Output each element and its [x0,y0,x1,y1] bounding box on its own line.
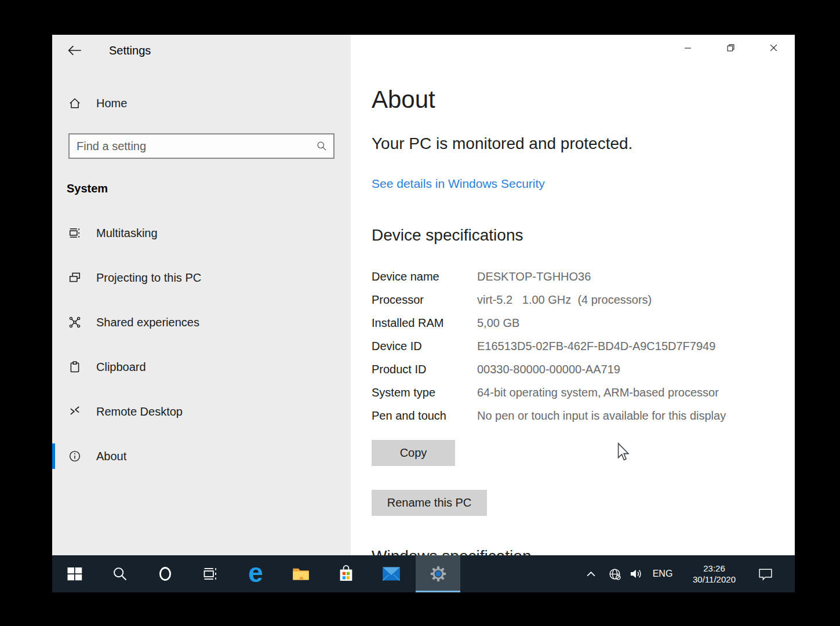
sidebar-item-clipboard[interactable]: Clipboard [52,354,351,380]
start-button[interactable] [52,555,97,592]
windows-security-link[interactable]: See details in Windows Security [372,177,545,191]
minimize-icon [684,44,692,52]
spec-label: Product ID [372,358,477,381]
sidebar-item-label: Shared experiences [96,316,199,329]
sidebar-item-label: Clipboard [96,361,146,374]
device-specs-heading: Device specifications [372,226,523,245]
back-arrow-icon [67,44,82,57]
task-view-icon [202,566,219,582]
chevron-up-icon [586,571,596,577]
sidebar-item-label: About [96,450,126,463]
tray-show-hidden-icons[interactable] [579,555,602,592]
sidebar-item-label: Home [96,97,127,110]
tray-language[interactable]: ENG [649,555,677,592]
shared-experiences-icon [68,316,81,329]
sidebar-item-about[interactable]: About [52,443,351,469]
sidebar-item-multitasking[interactable]: Multitasking [52,220,351,246]
spec-value: DESKTOP-TGHHO36 [477,265,726,288]
multitasking-icon [68,227,81,239]
sidebar-item-label: Projecting to this PC [96,271,201,285]
spec-value: No pen or touch input is available for t… [477,404,726,427]
taskbar-search-button[interactable] [97,555,143,592]
sidebar-item-remote-desktop[interactable]: Remote Desktop [52,399,351,424]
clipboard-icon [68,361,81,373]
tray-date: 30/11/2020 [693,574,736,585]
copy-button[interactable]: Copy [372,440,455,466]
about-icon [68,450,81,463]
restore-button[interactable] [709,35,752,60]
spec-value: 00330-80000-00000-AA719 [477,358,726,381]
status-message: Your PC is monitored and protected. [372,134,632,153]
edge-button[interactable]: e [233,555,278,592]
sidebar-item-label: Multitasking [96,227,158,240]
screen: Settings Home System Multitasking [0,0,840,626]
speaker-icon [629,568,643,580]
projecting-icon [68,271,81,284]
sidebar-item-home[interactable]: Home [52,90,351,116]
spec-label: System type [372,381,477,404]
settings-gear-icon [429,565,448,583]
window-controls [666,35,795,60]
edge-icon: e [248,559,263,586]
mouse-cursor [616,442,630,462]
home-icon [68,97,81,110]
rename-pc-button[interactable]: Rename this PC [372,490,487,516]
search-box [68,133,334,159]
windows-logo-icon [66,565,83,583]
cortana-button[interactable] [143,555,188,592]
tray-network-status[interactable] [603,555,626,592]
tray-clock[interactable]: 23:26 30/11/2020 [679,555,749,592]
file-explorer-icon [292,566,310,582]
mail-button[interactable] [369,555,414,592]
tray-time: 23:26 [703,563,725,574]
mail-icon [382,566,401,581]
globe-no-internet-icon [608,567,621,581]
action-center-button[interactable] [752,555,778,592]
settings-app-button[interactable] [416,555,460,592]
store-icon [338,565,354,583]
taskbar: e [52,555,795,592]
file-explorer-button[interactable] [278,555,323,592]
action-center-icon [758,567,773,581]
windows-spec-heading: Windows specification [372,547,531,555]
close-icon [770,44,777,52]
restore-icon [727,44,734,52]
search-icon [112,566,128,582]
search-icon [310,134,333,158]
spec-value: 64-bit operating system, ARM-based proce… [477,381,726,404]
section-header: System [67,182,108,195]
spec-label: Processor [372,288,477,311]
spec-value: 5,00 GB [477,311,726,334]
settings-window: Settings Home System Multitasking [52,35,795,555]
spec-value: virt-5.2 1.00 GHz (4 processors) [477,288,726,311]
minimize-button[interactable] [666,35,709,60]
selection-bar [52,443,55,469]
spec-label: Device ID [372,334,477,358]
device-specs-table: Device name DESKTOP-TGHHO36 Processor vi… [372,265,726,427]
spec-label: Device name [372,265,477,288]
store-button[interactable] [323,555,369,592]
app-title: Settings [109,44,151,57]
tray-volume[interactable] [624,555,648,592]
spec-label: Installed RAM [372,311,477,334]
search-input[interactable] [70,140,310,153]
close-button[interactable] [752,35,795,60]
remote-desktop-icon [68,405,81,418]
sidebar-item-shared-experiences[interactable]: Shared experiences [52,310,351,335]
spec-label: Pen and touch [372,404,477,427]
back-button[interactable] [66,43,83,59]
page-title: About [372,86,435,114]
sidebar-item-label: Remote Desktop [96,405,183,418]
task-view-button[interactable] [188,555,233,592]
cortana-icon [157,566,173,582]
sidebar-item-projecting[interactable]: Projecting to this PC [52,265,351,290]
spec-value: E16513D5-02FB-462F-BD4D-A9C15D7F7949 [477,334,726,358]
taskbar-left: e [52,555,414,592]
content-pane: About Your PC is monitored and protected… [351,35,795,555]
sidebar: Settings Home System Multitasking [52,35,351,555]
